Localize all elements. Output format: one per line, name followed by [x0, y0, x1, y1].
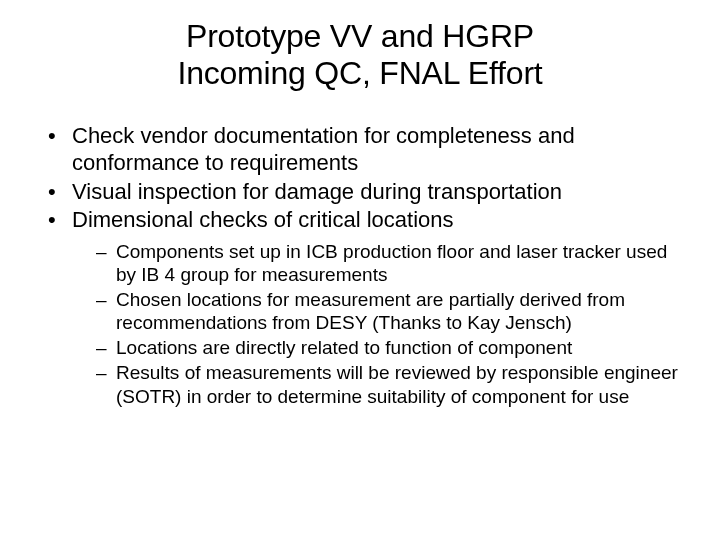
title-line-2: Incoming QC, FNAL Effort — [177, 55, 542, 91]
bullet-item: Check vendor documentation for completen… — [44, 122, 690, 177]
bullet-text: Check vendor documentation for completen… — [72, 123, 575, 176]
sub-bullet-text: Components set up in ICB production floo… — [116, 241, 667, 285]
sub-bullet-item: Chosen locations for measurement are par… — [96, 288, 690, 334]
sub-bullet-list: Components set up in ICB production floo… — [72, 240, 690, 408]
sub-bullet-text: Chosen locations for measurement are par… — [116, 289, 625, 333]
sub-bullet-text: Locations are directly related to functi… — [116, 337, 572, 358]
main-bullet-list: Check vendor documentation for completen… — [30, 122, 690, 408]
sub-bullet-text: Results of measurements will be reviewed… — [116, 362, 678, 406]
bullet-text: Visual inspection for damage during tran… — [72, 179, 562, 204]
sub-bullet-item: Results of measurements will be reviewed… — [96, 361, 690, 407]
bullet-text: Dimensional checks of critical locations — [72, 207, 454, 232]
sub-bullet-item: Components set up in ICB production floo… — [96, 240, 690, 286]
title-line-1: Prototype VV and HGRP — [186, 18, 534, 54]
sub-bullet-item: Locations are directly related to functi… — [96, 336, 690, 359]
bullet-item: Visual inspection for damage during tran… — [44, 178, 690, 206]
slide-title: Prototype VV and HGRP Incoming QC, FNAL … — [30, 18, 690, 92]
bullet-item: Dimensional checks of critical locations… — [44, 206, 690, 408]
